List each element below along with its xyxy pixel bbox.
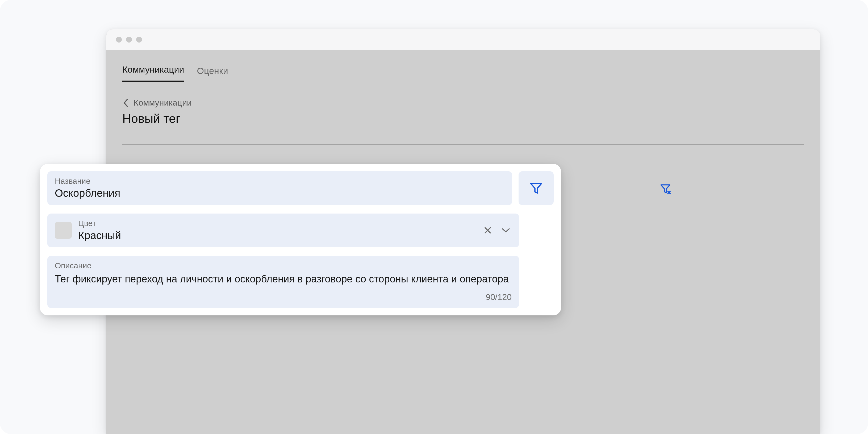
divider [122,145,804,145]
name-field[interactable]: Название Оскорбления [47,171,512,205]
tab-communications[interactable]: Коммуникации [122,64,184,82]
filter-button[interactable] [519,171,554,205]
open-color-dropdown[interactable] [500,224,512,236]
description-field[interactable]: Описание Тег фиксирует переход на личнос… [47,256,519,308]
window-titlebar [106,29,820,50]
chevron-left-icon [122,99,130,106]
traffic-light-minimize[interactable] [126,37,132,42]
app-stage: Коммуникации Оценки Коммуникации Новый т… [0,0,868,434]
description-label: Описание [55,261,512,270]
tag-edit-modal: Название Оскорбления Цвет Красный [40,164,561,315]
color-label: Цвет [78,219,475,228]
name-row: Название Оскорбления [47,171,554,205]
traffic-light-close[interactable] [116,37,122,42]
tab-ratings[interactable]: Оценки [197,66,228,82]
filter-icon [529,181,543,195]
name-label: Название [55,177,505,186]
description-value: Тег фиксирует переход на личности и оско… [55,272,512,286]
breadcrumb[interactable]: Коммуникации [106,82,820,108]
color-value: Красный [78,229,475,242]
page-title: Новый тег [106,108,820,134]
clear-color-button[interactable] [482,224,494,236]
filter-clear-button[interactable] [659,183,671,195]
close-icon [483,226,492,235]
color-text-block: Цвет Красный [78,219,475,242]
traffic-light-zoom[interactable] [136,37,142,42]
breadcrumb-label: Коммуникации [133,98,192,108]
color-swatch [55,222,72,239]
color-field[interactable]: Цвет Красный [47,214,519,247]
chevron-down-icon [501,227,510,234]
name-value: Оскорбления [55,187,505,199]
tabs-bar: Коммуникации Оценки [106,50,820,82]
description-counter: 90/120 [55,292,512,302]
